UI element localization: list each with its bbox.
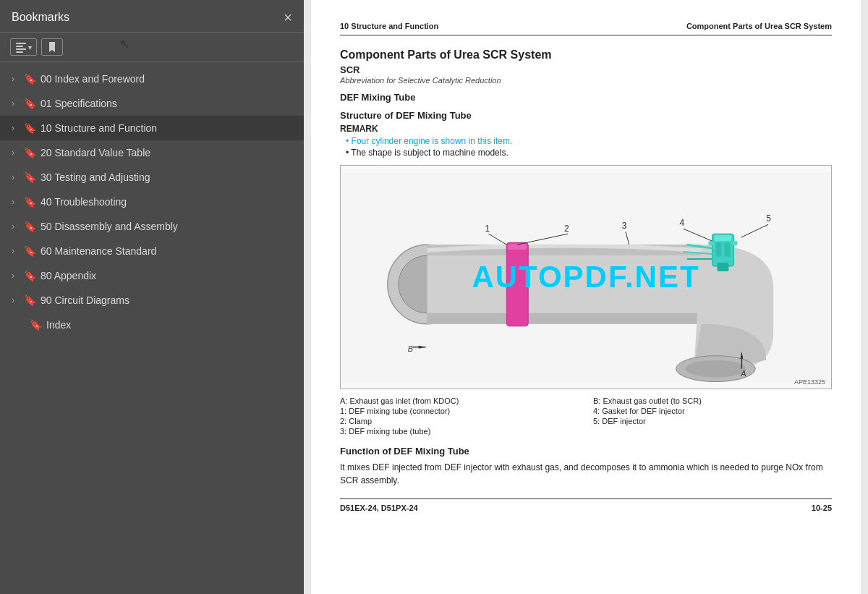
sidebar-item-80[interactable]: › 🔖 80 Appendix <box>0 263 304 288</box>
svg-rect-12 <box>506 242 528 326</box>
caption-1: 1: DEF mixing tube (connector) <box>340 407 579 415</box>
svg-rect-20 <box>717 263 728 271</box>
bookmark-icon-10: 🔖 <box>23 122 36 134</box>
chevron-icon-01: › <box>7 98 19 109</box>
nav-label-60: 60 Maintenance Standard <box>41 245 156 257</box>
svg-rect-9 <box>427 313 702 324</box>
caption-2: 2: Clamp <box>340 417 579 425</box>
sidebar-item-00[interactable]: › 🔖 00 Index and Foreword <box>0 67 304 91</box>
doc-header-bar: 10 Structure and Function Component Part… <box>340 22 832 35</box>
svg-text:4: 4 <box>680 218 685 228</box>
tube-illustration: 1 2 3 4 5 A B <box>341 166 831 389</box>
doc-section-title: Component Parts of Urea SCR System <box>340 48 832 61</box>
bookmark-icon-20: 🔖 <box>23 147 36 158</box>
bookmark-icon-index: 🔖 <box>29 319 42 331</box>
caption-5: 5: DEF injector <box>593 417 832 425</box>
doc-header-right: Component Parts of Urea SCR System <box>686 22 832 30</box>
sidebar-item-01[interactable]: › 🔖 01 Specifications <box>0 91 304 116</box>
nav-label-20: 20 Standard Value Table <box>41 147 150 158</box>
doc-scr-label: SCR <box>340 64 832 75</box>
doc-caption-grid: A: Exhaust gas inlet (from KDOC) B: Exha… <box>340 396 832 436</box>
sidebar-item-60[interactable]: › 🔖 60 Maintenance Standard <box>0 239 304 263</box>
svg-rect-19 <box>731 241 737 245</box>
sidebar-item-90[interactable]: › 🔖 90 Circuit Diagrams <box>0 288 304 313</box>
svg-rect-2 <box>16 48 26 50</box>
sidebar-item-10[interactable]: › 🔖 10 Structure and Function <box>0 116 304 140</box>
svg-rect-18 <box>709 241 715 245</box>
sidebar-item-40[interactable]: › 🔖 40 Troubleshooting <box>0 190 304 214</box>
doc-image-box: 1 2 3 4 5 A B AUTOPDF.NET <box>340 165 832 389</box>
bookmark-icon-50: 🔖 <box>23 221 36 232</box>
sidebar: Bookmarks ↖ × ▾ › 🔖 00 Index and Forewor… <box>0 0 304 594</box>
svg-text:A: A <box>740 369 746 378</box>
bookmark-icon-40: 🔖 <box>23 196 36 208</box>
nav-label-00: 00 Index and Foreword <box>41 73 145 85</box>
svg-rect-13 <box>508 244 527 250</box>
nav-label-10: 10 Structure and Function <box>41 122 157 134</box>
bookmark-icon-80: 🔖 <box>23 270 36 281</box>
bookmark-icon-90: 🔖 <box>23 294 36 306</box>
nav-label-index: Index <box>46 319 71 331</box>
svg-rect-0 <box>16 43 26 44</box>
sidebar-close-button[interactable]: × <box>284 10 292 25</box>
doc-footer-right: 10-25 <box>812 504 832 512</box>
nav-label-50: 50 Disassembly and Assembly <box>41 221 178 232</box>
chevron-icon-60: › <box>7 246 19 256</box>
bookmark-icon-00: 🔖 <box>23 73 36 85</box>
caption-4: 4: Gasket for DEF injector <box>593 407 832 415</box>
sidebar-toolbar: ▾ <box>0 33 304 62</box>
remark-item-0: Four cylinder engine is shown in this it… <box>346 136 832 146</box>
nav-label-40: 40 Troubleshooting <box>41 196 127 208</box>
svg-text:1: 1 <box>485 224 490 234</box>
sidebar-header: Bookmarks ↖ × <box>0 0 304 33</box>
svg-rect-3 <box>16 51 23 53</box>
svg-rect-15 <box>714 235 731 241</box>
nav-label-90: 90 Circuit Diagrams <box>41 294 129 306</box>
page-document: 10 Structure and Function Component Part… <box>311 0 861 594</box>
bookmarks-nav: › 🔖 00 Index and Foreword › 🔖 01 Specifi… <box>0 62 304 594</box>
doc-remark-label: REMARK <box>340 124 832 134</box>
bookmark-icon-button[interactable] <box>41 38 63 56</box>
bookmark-icon-01: 🔖 <box>23 98 36 109</box>
svg-text:B: B <box>408 344 413 353</box>
doc-remark-list: Four cylinder engine is shown in this it… <box>340 136 832 158</box>
doc-function-text: It mixes DEF injected from DEF injector … <box>340 461 832 487</box>
svg-rect-7 <box>427 245 702 324</box>
chevron-icon-30: › <box>7 172 19 182</box>
doc-scr-description: Abbreviation for Selective Catalytic Red… <box>340 76 832 85</box>
svg-text:2: 2 <box>564 224 569 234</box>
caption-3: 3: DEF mixing tube (tube) <box>340 427 579 436</box>
chevron-icon-50: › <box>7 221 19 232</box>
sidebar-item-50[interactable]: › 🔖 50 Disassembly and Assembly <box>0 214 304 239</box>
doc-structure-title: Structure of DEF Mixing Tube <box>340 110 832 121</box>
remark-item-1: The shape is subject to machine models. <box>346 148 832 158</box>
svg-point-11 <box>686 360 746 378</box>
sidebar-item-20[interactable]: › 🔖 20 Standard Value Table <box>0 140 304 165</box>
doc-footer-left: D51EX-24, D51PX-24 <box>340 504 418 512</box>
svg-text:5: 5 <box>766 213 771 224</box>
chevron-icon-00: › <box>7 74 19 84</box>
bookmark-icon <box>46 41 58 53</box>
nav-label-01: 01 Specifications <box>41 98 117 109</box>
bookmark-icon-60: 🔖 <box>23 245 36 257</box>
nav-label-30: 30 Testing and Adjusting <box>41 171 150 183</box>
chevron-icon-20: › <box>7 148 19 158</box>
svg-text:3: 3 <box>622 221 627 231</box>
doc-function-title: Function of DEF Mixing Tube <box>340 446 832 457</box>
caption-A: A: Exhaust gas inlet (from KDOC) <box>340 396 579 405</box>
doc-header-left: 10 Structure and Function <box>340 22 438 30</box>
caption-empty <box>593 427 832 436</box>
bookmark-icon-30: 🔖 <box>23 171 36 183</box>
expand-icon <box>15 41 27 53</box>
main-content: 10 Structure and Function Component Part… <box>304 0 868 594</box>
nav-label-80: 80 Appendix <box>41 270 96 281</box>
chevron-icon-80: › <box>7 271 19 281</box>
expand-toolbar-button[interactable]: ▾ <box>10 38 37 56</box>
svg-rect-1 <box>16 46 23 47</box>
chevron-icon-90: › <box>7 295 19 305</box>
sidebar-item-index[interactable]: 🔖 Index <box>0 313 304 337</box>
chevron-icon-40: › <box>7 197 19 207</box>
sidebar-item-30[interactable]: › 🔖 30 Testing and Adjusting <box>0 165 304 190</box>
doc-footer-bar: D51EX-24, D51PX-24 10-25 <box>340 498 832 512</box>
image-ref: APE13325 <box>794 378 825 386</box>
